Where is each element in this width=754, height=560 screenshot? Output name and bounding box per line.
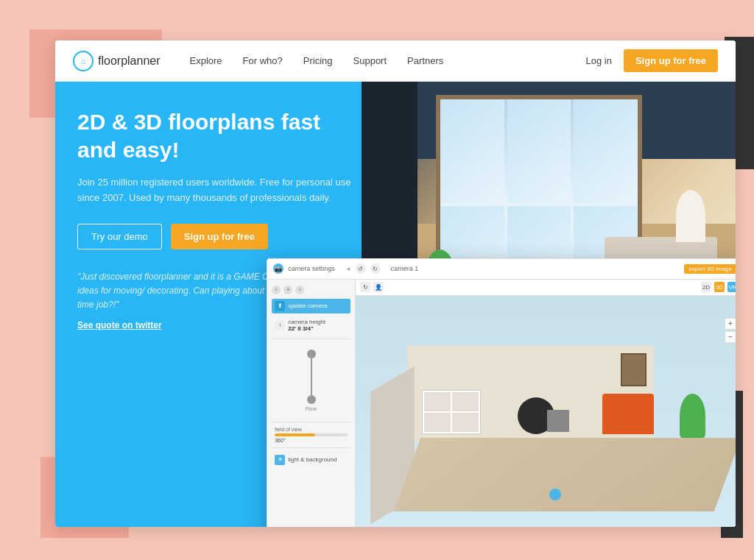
shelf-item xyxy=(452,392,479,411)
panel-divider-3 xyxy=(272,447,350,448)
nav-for-who[interactable]: For who? xyxy=(243,55,283,66)
nav-pricing[interactable]: Pricing xyxy=(303,55,333,66)
hero-quote-link[interactable]: See quote on twitter xyxy=(77,320,162,330)
zoom-in-button[interactable]: + xyxy=(725,318,736,330)
zoom-controls: + − xyxy=(725,318,736,343)
redo-btn[interactable]: ↻ xyxy=(370,263,381,274)
login-link[interactable]: Log in xyxy=(586,55,612,66)
window-pane xyxy=(574,99,638,203)
view-top-bar: ↻ 👤 2D 3D VR xyxy=(356,280,736,296)
iso-sofa xyxy=(602,394,654,434)
update-camera-item[interactable]: ⬆ update camera xyxy=(272,299,350,313)
nav-signup-button[interactable]: Sign up for free xyxy=(624,49,718,72)
app-toolbar: 📷 camera settings ◄ ↺ ↻ camera 1 export … xyxy=(267,259,736,280)
iso-floor xyxy=(394,438,736,511)
window-pane xyxy=(507,99,571,203)
app-left-panel: ‹ + › ⬆ update camera ↕ camera height 22… xyxy=(267,280,356,527)
3d-btn[interactable]: 3D xyxy=(714,282,725,292)
stick-bottom xyxy=(307,395,316,404)
nav-explore[interactable]: Explore xyxy=(190,55,222,66)
nav-links: Explore For who? Pricing Support Partner… xyxy=(190,55,586,66)
nav-partners[interactable]: Partners xyxy=(407,55,443,66)
height-icon: ↕ xyxy=(275,320,285,330)
vr-btn[interactable]: VR xyxy=(727,282,736,292)
light-label: light & background xyxy=(288,456,337,463)
panel-add-btn[interactable]: + xyxy=(283,286,292,294)
camera-settings-label: camera settings xyxy=(288,265,335,272)
iso-plant xyxy=(680,394,705,438)
panel-divider-2 xyxy=(272,422,350,422)
camera-height-label: camera height xyxy=(288,319,325,325)
logo-text: floorplanner xyxy=(98,54,161,68)
camera-height-value: 22' 8 3/4" xyxy=(288,325,325,332)
undo-btn[interactable]: ↺ xyxy=(356,263,366,274)
panel-divider xyxy=(272,339,350,339)
app-screenshot: 📷 camera settings ◄ ↺ ↻ camera 1 export … xyxy=(267,258,736,527)
shelf-item xyxy=(424,413,451,432)
fov-slider[interactable] xyxy=(275,433,348,436)
fov-value: 360° xyxy=(275,438,348,443)
hero-subtitle: Join 25 million registered users worldwi… xyxy=(77,175,360,206)
stick-line xyxy=(311,358,312,395)
fov-label: field of view xyxy=(275,427,348,432)
iso-chair xyxy=(547,410,569,432)
person-btn[interactable]: 👤 xyxy=(373,282,384,292)
hero-title: 2D & 3D floorplans fast and easy! xyxy=(77,108,360,163)
navbar: ⌂ floorplanner Explore For who? Pricing … xyxy=(55,40,736,82)
iso-room xyxy=(370,350,727,511)
nav-actions: Log in Sign up for free xyxy=(586,49,718,72)
light-icon: ☀ xyxy=(275,455,285,465)
nav-support[interactable]: Support xyxy=(353,55,387,66)
shelf-item xyxy=(424,392,451,411)
iso-dot xyxy=(549,489,561,500)
floor-label: Floor xyxy=(306,406,317,411)
camera-update-icon: ⬆ xyxy=(275,301,285,311)
zoom-out-button[interactable]: − xyxy=(725,331,736,343)
main-card: ⌂ floorplanner Explore For who? Pricing … xyxy=(55,40,736,527)
room-lamp xyxy=(676,190,706,241)
room-3d-view: + − xyxy=(356,296,736,527)
iso-painting xyxy=(621,353,646,386)
panel-fwd-btn[interactable]: › xyxy=(295,286,304,294)
hero-section: 2D & 3D floorplans fast and easy! Join 2… xyxy=(55,82,736,527)
2d-btn[interactable]: 2D xyxy=(701,282,711,292)
rotate-btn[interactable]: ↻ xyxy=(360,282,370,292)
update-camera-label: update camera xyxy=(288,302,327,309)
camera-label: camera 1 xyxy=(391,265,419,272)
app-3d-view: ↻ 👤 2D 3D VR xyxy=(356,280,736,527)
shelf-item xyxy=(452,413,479,432)
panel-nav: ‹ + › xyxy=(272,284,350,296)
fov-slider-fill xyxy=(275,433,314,436)
window-pane xyxy=(440,99,504,203)
camera-icon: 📷 xyxy=(273,263,283,274)
hero-signup-button[interactable]: Sign up for free xyxy=(171,224,268,249)
app-body: ‹ + › ⬆ update camera ↕ camera height 22… xyxy=(267,280,736,527)
camera-height-item: ↕ camera height 22' 8 3/4" xyxy=(272,316,350,334)
camera-stick-visual: Floor xyxy=(272,350,350,411)
light-row[interactable]: ☀ light & background xyxy=(272,453,350,467)
stick-top xyxy=(307,350,316,358)
logo-icon: ⌂ xyxy=(73,51,94,71)
logo-area: ⌂ floorplanner xyxy=(73,51,161,71)
panel-back-btn[interactable]: ‹ xyxy=(272,286,281,294)
demo-button[interactable]: Try our demo xyxy=(77,224,162,249)
toolbar-right: export 3D image xyxy=(684,264,736,274)
hero-buttons: Try our demo Sign up for free xyxy=(77,224,360,249)
fov-slider-row: field of view 360° xyxy=(272,427,350,443)
export-button[interactable]: export 3D image xyxy=(684,264,736,274)
iso-shelf xyxy=(422,390,481,434)
